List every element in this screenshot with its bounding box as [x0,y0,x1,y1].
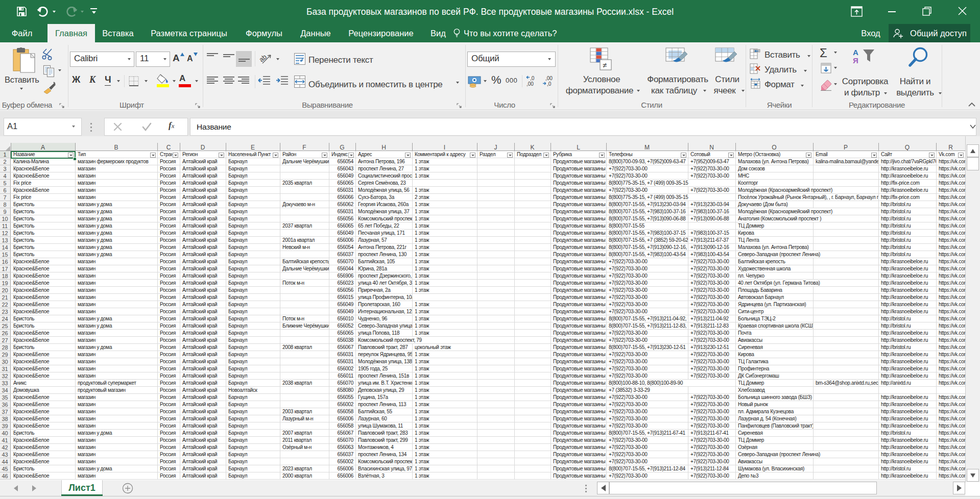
svg-text:,0: ,0 [530,76,535,81]
svg-text:,0: ,0 [547,81,552,87]
svg-text:,00: ,00 [527,81,534,87]
svg-text:,00: ,00 [545,76,553,81]
svg-text:≠: ≠ [603,61,607,69]
